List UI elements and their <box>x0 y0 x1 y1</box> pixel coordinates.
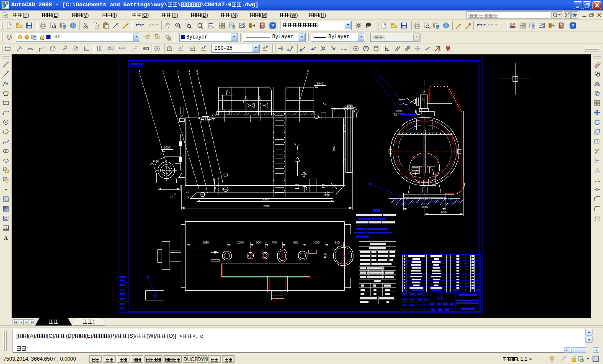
svg-text:1460: 1460 <box>421 205 428 208</box>
svg-text:A: A <box>201 46 204 50</box>
svg-text:650: 650 <box>314 241 320 244</box>
svg-text:2: 2 <box>376 69 378 72</box>
svg-text:2: 2 <box>162 69 164 72</box>
svg-text:6850: 6850 <box>263 205 270 208</box>
svg-text:6: 6 <box>307 69 309 72</box>
svg-text:DN: DN <box>343 254 348 257</box>
svg-text:?: ? <box>271 23 274 28</box>
svg-text:5: 5 <box>196 69 198 72</box>
svg-text:1680: 1680 <box>202 241 209 244</box>
svg-text:A: A <box>263 46 265 50</box>
svg-text:70: 70 <box>186 190 189 193</box>
svg-text:700: 700 <box>272 241 277 244</box>
svg-text:1650: 1650 <box>164 146 170 149</box>
svg-text:0: 0 <box>174 192 175 195</box>
svg-text:1000: 1000 <box>237 241 244 244</box>
svg-text:A: A <box>4 235 8 241</box>
svg-text:965: 965 <box>293 241 298 244</box>
svg-text:?: ? <box>572 23 575 28</box>
svg-text:1: 1 <box>139 69 140 72</box>
svg-text:1150: 1150 <box>152 159 159 162</box>
svg-text:915: 915 <box>335 241 340 244</box>
svg-text:2550: 2550 <box>332 146 335 151</box>
svg-text:500: 500 <box>256 241 261 244</box>
svg-text:2900: 2900 <box>396 110 402 113</box>
svg-text:5545: 5545 <box>262 198 269 201</box>
svg-text:A: A <box>179 46 182 50</box>
svg-text:3: 3 <box>177 69 178 72</box>
svg-text:4: 4 <box>188 69 190 72</box>
svg-text:A: A <box>3 3 7 8</box>
svg-text:1200: 1200 <box>441 210 447 213</box>
svg-text:3945: 3945 <box>317 82 323 85</box>
svg-text:1: 1 <box>369 69 371 72</box>
